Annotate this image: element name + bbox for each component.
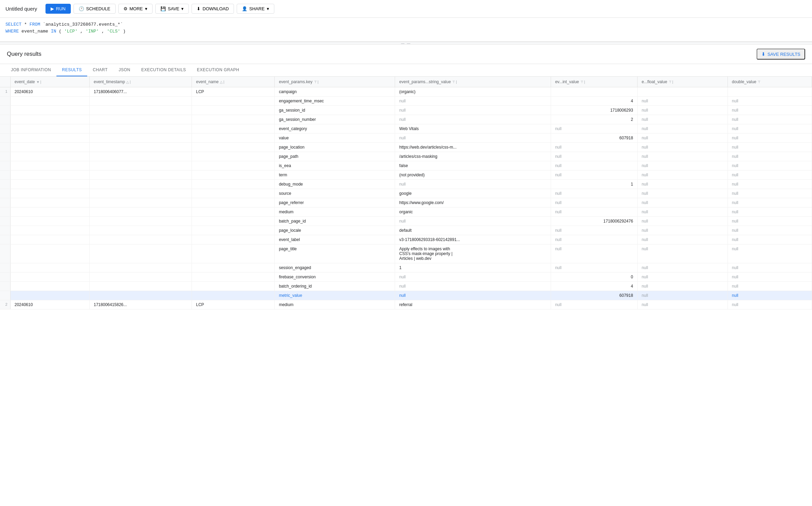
- string-value-cell: null: [395, 115, 551, 124]
- event-name-cell: [192, 282, 275, 291]
- col-resize-handle[interactable]: |: [672, 80, 673, 84]
- tab-json[interactable]: JSON: [113, 64, 136, 76]
- col-resize-handle[interactable]: |: [130, 80, 131, 84]
- event-date-cell: [10, 207, 90, 217]
- col-resize-handle[interactable]: |: [456, 80, 457, 84]
- table-row: metric_valuenull607918nullnull: [0, 291, 812, 300]
- double-value-cell: null: [728, 263, 812, 273]
- double-value-cell: null: [728, 189, 812, 198]
- share-button[interactable]: 👤 SHARE ▾: [237, 4, 274, 14]
- save-results-icon: ⬇: [761, 51, 765, 57]
- tab-results[interactable]: RESULTS: [56, 64, 87, 76]
- tab-job-information[interactable]: JOB INFORMATION: [5, 64, 56, 76]
- row-num-cell: [0, 115, 10, 124]
- table-row: page_titleApply effects to images withCS…: [0, 244, 812, 263]
- event-name-cell: [192, 235, 275, 244]
- chevron-down-icon: ▾: [181, 6, 184, 11]
- double-value-cell: null: [728, 161, 812, 170]
- event-timestamp-cell: [90, 217, 192, 226]
- int-value-cell: null: [551, 189, 637, 198]
- table-row: session_engaged1nullnullnull: [0, 263, 812, 273]
- event-name-cell: [192, 273, 275, 282]
- col-resize-handle[interactable]: |: [584, 80, 585, 84]
- row-num-cell: [0, 207, 10, 217]
- event-date-cell: 20240610: [10, 300, 90, 309]
- event-timestamp-cell: [90, 170, 192, 180]
- event-name-cell: LCP: [192, 300, 275, 309]
- string-value-cell: google: [395, 189, 551, 198]
- save-button[interactable]: 💾 SAVE ▾: [155, 4, 189, 14]
- row-num-header: [0, 77, 10, 87]
- results-table: event_date ▼ | event_timestamp △ |: [0, 77, 812, 309]
- table-row: engagement_time_msecnull4nullnull: [0, 97, 812, 106]
- float-value-cell: null: [637, 97, 728, 106]
- tab-execution-graph[interactable]: EXECUTION GRAPH: [192, 64, 245, 76]
- gear-icon: ⚙: [123, 6, 128, 11]
- string-value-cell: (not provided): [395, 170, 551, 180]
- float-value-cell: null: [637, 282, 728, 291]
- highlight-key: metric_value: [279, 293, 302, 298]
- filter-icon[interactable]: ⊤: [669, 80, 672, 84]
- col-resize-handle[interactable]: |: [318, 80, 319, 84]
- double-value-cell: null: [728, 106, 812, 115]
- sort-icon[interactable]: △: [220, 80, 223, 84]
- run-button[interactable]: ▶ RUN: [45, 4, 71, 14]
- col-resize-handle[interactable]: |: [40, 80, 41, 84]
- float-value-cell: null: [637, 170, 728, 180]
- filter-icon[interactable]: ⊤: [580, 80, 584, 84]
- save-results-button[interactable]: ⬇ SAVE RESULTS: [757, 49, 805, 60]
- float-value-cell: null: [637, 198, 728, 207]
- tab-chart[interactable]: CHART: [87, 64, 113, 76]
- int-value-cell: 2: [551, 115, 637, 124]
- tab-execution-details[interactable]: EXECUTION DETAILS: [136, 64, 192, 76]
- event-name-cell: [192, 106, 275, 115]
- row-num-cell: [0, 106, 10, 115]
- event-timestamp-cell: [90, 189, 192, 198]
- int-value-cell: 1718006292476: [551, 217, 637, 226]
- tabs-bar: JOB INFORMATION RESULTS CHART JSON EXECU…: [0, 64, 812, 77]
- highlight-str: null: [399, 293, 406, 298]
- param-key-cell: event_label: [275, 235, 395, 244]
- param-key-cell: page_title: [275, 244, 395, 263]
- int-value-cell: null: [551, 143, 637, 152]
- table-row: is_eeafalsenullnullnull: [0, 161, 812, 170]
- event-timestamp-cell: [90, 273, 192, 282]
- int-value-cell: [551, 87, 637, 97]
- row-num-cell: [0, 180, 10, 189]
- double-value-cell: null: [728, 180, 812, 189]
- event-timestamp-cell: [90, 161, 192, 170]
- string-value-cell: referral: [395, 300, 551, 309]
- table-row: term(not provided)nullnullnull: [0, 170, 812, 180]
- download-button[interactable]: ⬇ DOWNLOAD: [192, 4, 234, 14]
- filter-icon[interactable]: ⊤: [314, 80, 317, 84]
- table-container[interactable]: event_date ▼ | event_timestamp △ |: [0, 77, 812, 506]
- event-name-cell: LCP: [192, 87, 275, 97]
- double-value-cell: null: [728, 124, 812, 134]
- schedule-button[interactable]: 🕐 SCHEDULE: [74, 4, 116, 14]
- filter-icon[interactable]: ⊤: [758, 80, 761, 84]
- resize-handle[interactable]: — —: [0, 42, 812, 45]
- string-value-cell: null: [395, 97, 551, 106]
- event-timestamp-cell: [90, 198, 192, 207]
- sql-editor[interactable]: SELECT * FROM `analytics_337268677.event…: [0, 18, 812, 42]
- col-header-event-date: event_date ▼ |: [10, 77, 90, 87]
- event-name-cell: [192, 152, 275, 161]
- row-num-cell: [0, 217, 10, 226]
- table-row: ga_session_numbernull2nullnull: [0, 115, 812, 124]
- table-row: 2202406101718006415826...LCPmediumreferr…: [0, 300, 812, 309]
- row-num-cell: [0, 282, 10, 291]
- param-key-cell: metric_value: [275, 291, 395, 300]
- save-icon: 💾: [160, 6, 166, 11]
- double-value-cell: [728, 87, 812, 97]
- table-row: sourcegooglenullnullnull: [0, 189, 812, 198]
- event-date-cell: [10, 235, 90, 244]
- table-row: batch_ordering_idnull4nullnull: [0, 282, 812, 291]
- more-button[interactable]: ⚙ MORE ▾: [118, 4, 153, 14]
- col-resize-handle[interactable]: |: [223, 80, 224, 84]
- double-value-cell: null: [728, 235, 812, 244]
- sort-icon[interactable]: ▼: [36, 80, 40, 84]
- sort-icon[interactable]: △: [126, 80, 129, 84]
- col-header-int-value: ev...int_value ⊤ |: [551, 77, 637, 87]
- row-num-cell: [0, 291, 10, 300]
- filter-icon[interactable]: ⊤: [452, 80, 455, 84]
